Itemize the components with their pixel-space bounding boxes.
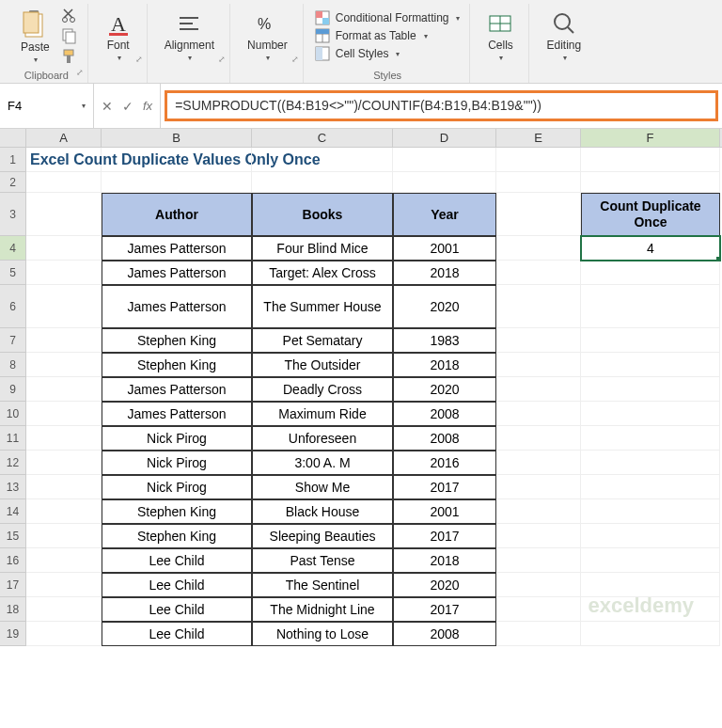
format-painter-icon[interactable] (61, 48, 78, 65)
cell[interactable] (26, 622, 102, 646)
table-cell[interactable]: Unforeseen (252, 426, 393, 451)
cell[interactable] (581, 499, 720, 524)
table-cell[interactable]: 2020 (393, 573, 496, 597)
table-cell[interactable]: Stephen King (102, 499, 252, 524)
row-header-17[interactable]: 17 (0, 573, 26, 597)
table-cell[interactable]: Lee Child (102, 622, 252, 646)
cell[interactable] (26, 328, 102, 353)
cell[interactable] (26, 172, 102, 193)
cell[interactable] (393, 172, 496, 193)
cell[interactable] (581, 402, 720, 426)
table-cell[interactable]: 2001 (393, 236, 496, 261)
table-cell[interactable]: Maximum Ride (252, 402, 393, 426)
editing-button[interactable]: Editing ▾ (541, 8, 587, 64)
table-cell[interactable]: Pet Sematary (252, 328, 393, 353)
cell[interactable] (26, 524, 102, 548)
result-cell[interactable]: 4 (581, 236, 720, 261)
table-cell[interactable]: Nick Pirog (102, 475, 252, 499)
cell[interactable] (496, 328, 581, 353)
row-header-9[interactable]: 9 (0, 377, 26, 402)
cell[interactable] (26, 475, 102, 499)
table-cell[interactable]: Nick Pirog (102, 451, 252, 475)
cell[interactable] (581, 524, 720, 548)
table-cell[interactable]: James Patterson (102, 377, 252, 402)
row-header-1[interactable]: 1 (0, 148, 26, 172)
table-cell[interactable]: 2008 (393, 426, 496, 451)
table-cell[interactable]: Stephen King (102, 524, 252, 548)
cell[interactable] (581, 285, 720, 328)
table-cell[interactable]: 2017 (393, 597, 496, 622)
dialog-launcher-icon[interactable]: ⤢ (218, 55, 226, 64)
table-cell[interactable]: 2017 (393, 524, 496, 548)
alignment-button[interactable]: Alignment ▾ (159, 8, 220, 64)
cell[interactable] (496, 622, 581, 646)
cell[interactable] (496, 236, 581, 261)
table-cell[interactable]: James Patterson (102, 236, 252, 261)
table-cell[interactable]: Show Me (252, 475, 393, 499)
row-header-11[interactable]: 11 (0, 426, 26, 451)
cell[interactable] (496, 261, 581, 285)
cell[interactable] (26, 236, 102, 261)
row-header-8[interactable]: 8 (0, 353, 26, 377)
row-header-10[interactable]: 10 (0, 402, 26, 426)
cells-button[interactable]: Cells ▾ (481, 8, 519, 64)
cell[interactable] (26, 451, 102, 475)
cell[interactable] (581, 622, 720, 646)
dialog-launcher-icon[interactable]: ⤢ (76, 68, 84, 77)
col-header-D[interactable]: D (393, 129, 496, 147)
row-header-3[interactable]: 3 (0, 193, 26, 236)
table-cell[interactable]: Stephen King (102, 353, 252, 377)
cut-icon[interactable] (61, 7, 78, 24)
table-cell[interactable]: Nick Pirog (102, 426, 252, 451)
table-cell[interactable]: 2018 (393, 261, 496, 285)
table-cell[interactable]: Stephen King (102, 328, 252, 353)
row-header-7[interactable]: 7 (0, 328, 26, 353)
row-header-19[interactable]: 19 (0, 622, 26, 646)
cancel-icon[interactable]: ✕ (102, 99, 113, 114)
header-year[interactable]: Year (393, 193, 496, 236)
table-cell[interactable]: The Midnight Line (252, 597, 393, 622)
cell[interactable] (496, 597, 581, 622)
table-cell[interactable]: Deadly Cross (252, 377, 393, 402)
cell[interactable] (496, 377, 581, 402)
cell[interactable] (496, 285, 581, 328)
row-header-12[interactable]: 12 (0, 451, 26, 475)
enter-icon[interactable]: ✓ (122, 99, 133, 114)
spreadsheet-grid[interactable]: A B C D E F 1 Excel Count Duplicate Valu… (0, 129, 722, 646)
table-cell[interactable]: Lee Child (102, 573, 252, 597)
table-cell[interactable]: The Outsider (252, 353, 393, 377)
row-header-16[interactable]: 16 (0, 548, 26, 573)
table-cell[interactable]: James Patterson (102, 261, 252, 285)
cell[interactable] (496, 524, 581, 548)
row-header-15[interactable]: 15 (0, 524, 26, 548)
row-header-4[interactable]: 4 (0, 236, 26, 261)
table-cell[interactable]: Sleeping Beauties (252, 524, 393, 548)
cell[interactable] (26, 193, 102, 236)
table-cell[interactable]: 1983 (393, 328, 496, 353)
cell[interactable] (496, 426, 581, 451)
cell[interactable] (26, 402, 102, 426)
cell[interactable] (581, 475, 720, 499)
cell[interactable] (496, 451, 581, 475)
table-cell[interactable]: Lee Child (102, 597, 252, 622)
table-cell[interactable]: The Summer House (252, 285, 393, 328)
row-header-5[interactable]: 5 (0, 261, 26, 285)
title-cell[interactable]: Excel Count Duplicate Values Only Once (26, 148, 102, 172)
cell[interactable] (496, 172, 581, 193)
cell[interactable] (496, 148, 581, 172)
cell[interactable] (496, 573, 581, 597)
cell[interactable] (26, 353, 102, 377)
dialog-launcher-icon[interactable]: ⤢ (135, 55, 143, 64)
cell[interactable] (581, 426, 720, 451)
dialog-launcher-icon[interactable]: ⤢ (291, 55, 299, 64)
cell[interactable] (581, 353, 720, 377)
cell[interactable] (581, 172, 720, 193)
row-header-14[interactable]: 14 (0, 499, 26, 524)
name-box[interactable]: F4 ▾ (0, 84, 94, 128)
cell[interactable] (496, 499, 581, 524)
format-as-table-button[interactable]: Format as Table▾ (315, 28, 461, 43)
paste-button[interactable]: Paste ▾ (15, 7, 55, 66)
cell-styles-button[interactable]: Cell Styles▾ (315, 46, 461, 61)
table-cell[interactable]: James Patterson (102, 402, 252, 426)
table-cell[interactable]: 2018 (393, 548, 496, 573)
